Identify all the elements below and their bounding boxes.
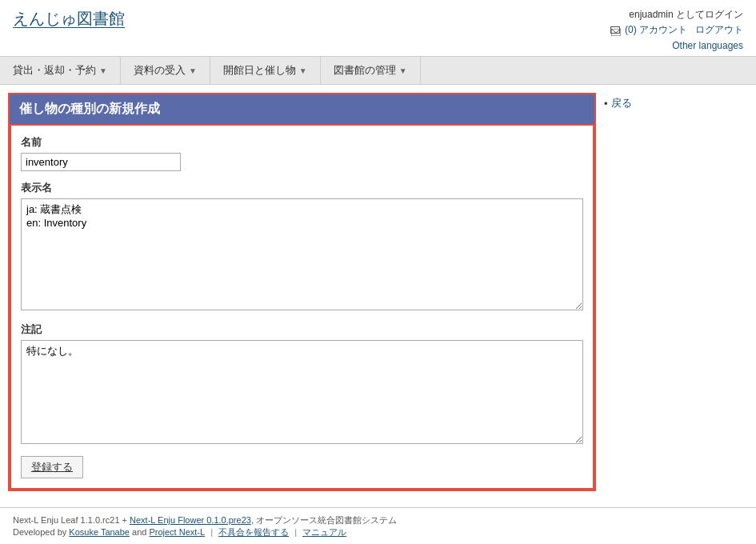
form-body: 名前 表示名 ja: 蔵書点検 en: Inventory 注記 特になし。 登… [10, 124, 594, 490]
note-textarea[interactable]: 特になし。 [21, 340, 583, 444]
submit-row: 登録する [21, 456, 583, 478]
manual-link[interactable]: マニュアル [302, 527, 346, 537]
main-layout: 催し物の種別の新規作成 名前 表示名 ja: 蔵書点検 en: Inventor… [0, 85, 756, 499]
submit-button[interactable]: 登録する [21, 456, 83, 478]
chevron-down-icon: ▼ [299, 66, 307, 75]
account-row: (0) アカウント ログアウト [610, 23, 743, 37]
chevron-down-icon: ▼ [399, 66, 407, 75]
nav-label-library: 図書館の管理 [334, 63, 396, 78]
nav-label-events: 開館日と催し物 [223, 63, 296, 78]
note-label: 注記 [21, 322, 583, 337]
nav-item-events[interactable]: 開館日と催し物 ▼ [210, 57, 321, 84]
nav-item-library[interactable]: 図書館の管理 ▼ [321, 57, 421, 84]
header-right: enjuadmin としてログイン (0) アカウント ログアウト Other … [610, 8, 743, 51]
enju-flower-link[interactable]: Next-L Enju Flower 0.1.0.pre23 [130, 515, 251, 525]
footer-prefix: Next-L Enju Leaf 1.1.0.rc21 + [13, 515, 130, 525]
separator2: | [292, 527, 299, 537]
display-name-field: 表示名 ja: 蔵書点検 en: Inventory [21, 181, 583, 313]
other-languages-row: Other languages [610, 40, 743, 51]
footer: Next-L Enju Leaf 1.1.0.rc21 + Next-L Enj… [0, 507, 756, 544]
name-label: 名前 [21, 135, 583, 150]
sidebar: • 戻る [604, 93, 748, 114]
display-name-label: 表示名 [21, 181, 583, 195]
header: えんじゅ図書館 enjuadmin としてログイン (0) アカウント ログアウ… [0, 0, 756, 57]
kosuke-link[interactable]: Kosuke Tanabe [69, 527, 130, 537]
project-nextl-link[interactable]: Project Next-L [149, 527, 205, 537]
navbar: 貸出・返却・予約 ▼ 資料の受入 ▼ 開館日と催し物 ▼ 図書館の管理 ▼ [0, 57, 756, 85]
note-field: 注記 特になし。 [21, 322, 583, 446]
report-link[interactable]: 不具合を報告する [218, 527, 289, 537]
bullet-icon: • [604, 98, 608, 110]
email-icon [610, 26, 620, 34]
footer-suffix: , オープンソース統合図書館システム [251, 515, 397, 525]
nav-label-lending: 貸出・返却・予約 [13, 63, 96, 78]
chevron-down-icon: ▼ [189, 66, 197, 75]
name-field: 名前 [21, 135, 583, 171]
content-area: 催し物の種別の新規作成 名前 表示名 ja: 蔵書点検 en: Inventor… [8, 93, 596, 491]
nav-item-lending[interactable]: 貸出・返却・予約 ▼ [0, 57, 121, 84]
chevron-down-icon: ▼ [99, 66, 107, 75]
display-name-textarea[interactable]: ja: 蔵書点検 en: Inventory [21, 198, 583, 310]
site-title[interactable]: えんじゅ図書館 [13, 8, 125, 30]
footer-line1: Next-L Enju Leaf 1.1.0.rc21 + Next-L Enj… [13, 514, 743, 526]
page-title: 催し物の種別の新規作成 [10, 94, 594, 124]
login-info: enjuadmin としてログイン [610, 8, 743, 22]
separator1: | [208, 527, 215, 537]
nav-label-acquisition: 資料の受入 [134, 63, 186, 78]
back-link[interactable]: 戻る [611, 96, 632, 110]
footer-line2: Developed by Kosuke Tanabe and Project N… [13, 526, 743, 538]
nav-item-acquisition[interactable]: 資料の受入 ▼ [121, 57, 210, 84]
footer-and: and [130, 527, 149, 537]
account-count[interactable]: (0) アカウント [625, 24, 687, 35]
site-title-link[interactable]: えんじゅ図書館 [13, 10, 125, 28]
footer-developed-by: Developed by [13, 527, 69, 537]
login-text: enjuadmin としてログイン [629, 9, 743, 20]
logout-link[interactable]: ログアウト [695, 24, 743, 35]
name-input[interactable] [21, 153, 181, 171]
sidebar-back-item[interactable]: • 戻る [604, 93, 748, 114]
other-languages-link[interactable]: Other languages [672, 40, 743, 51]
